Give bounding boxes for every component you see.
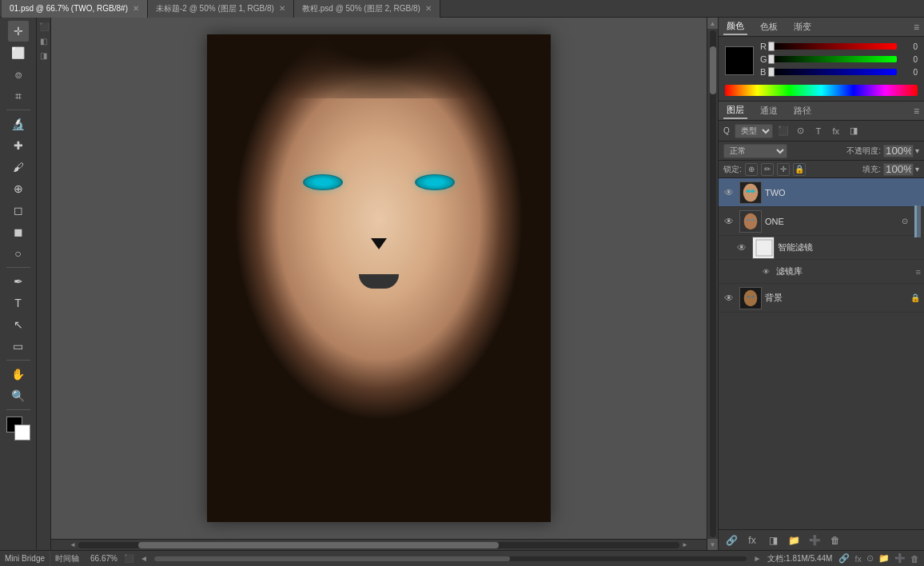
tab-0-close[interactable]: ✕ (133, 4, 139, 13)
gradient-tool[interactable]: ◼ (8, 221, 29, 242)
layers-tab-channels[interactable]: 通道 (757, 103, 781, 118)
bottom-icon-folder[interactable]: 📁 (878, 553, 890, 564)
layer-one-extra[interactable]: ⊙ (898, 215, 911, 228)
layer-bg-visibility[interactable]: 👁 (722, 291, 736, 305)
eraser-tool[interactable]: ◻ (8, 200, 29, 221)
scroll-next-btn[interactable]: ► (753, 554, 761, 563)
layer-item-two[interactable]: 👁 TWO (719, 178, 924, 207)
tab-2-close[interactable]: ✕ (425, 4, 432, 13)
layers-tab-paths[interactable]: 路径 (791, 103, 814, 118)
slider-r-thumb[interactable] (768, 42, 775, 51)
fill-input[interactable] (883, 163, 914, 176)
slider-g-track[interactable] (771, 56, 897, 62)
filter-gallery-visibility[interactable]: 👁 (759, 265, 773, 279)
slider-r-track[interactable] (771, 43, 897, 50)
color-tab-swatches[interactable]: 色板 (757, 19, 781, 34)
color-selector[interactable] (6, 417, 30, 440)
layer-smart-filter[interactable]: 👁 智能滤镜 (719, 236, 924, 260)
clone-stamp-tool[interactable]: ⊕ (8, 178, 29, 199)
canvas-tool-1[interactable]: ⬛ (38, 21, 50, 32)
lock-all-btn[interactable]: 🔒 (793, 163, 806, 176)
healing-tool[interactable]: ✚ (8, 135, 29, 156)
bottom-icon-circle[interactable]: ⊙ (866, 553, 874, 564)
bottom-icon-link[interactable]: 🔗 (838, 553, 850, 564)
fill-arrow[interactable]: ▾ (915, 165, 919, 173)
smart-filter-visibility[interactable]: 👁 (735, 241, 749, 255)
add-style-btn[interactable]: fx (744, 532, 760, 548)
scroll-track-h[interactable] (78, 542, 679, 548)
crop-tool[interactable]: ⌗ (8, 86, 29, 106)
slider-g-thumb[interactable] (768, 54, 775, 64)
scroll-track-v[interactable] (710, 30, 716, 537)
scroll-left-btn[interactable]: ◄ (67, 540, 78, 551)
layer-background[interactable]: 👁 背景 🔒 (719, 284, 924, 313)
tab-0[interactable]: 01.psd @ 66.7% (TWO, RGB/8#) ✕ (2, 0, 148, 18)
bottom-icon-trash[interactable]: 🗑 (910, 554, 919, 564)
canvas-tool-3[interactable]: ◨ (38, 50, 50, 61)
filter-icon-3[interactable]: T (811, 124, 826, 138)
eyedropper-tool[interactable]: 🔬 (8, 114, 29, 134)
lock-move-btn[interactable]: ✛ (777, 163, 790, 176)
tab-1-close[interactable]: ✕ (279, 4, 285, 13)
layer-two-visibility[interactable]: 👁 (722, 185, 736, 200)
opacity-arrow[interactable]: ▾ (915, 146, 919, 155)
new-group-btn[interactable]: 📁 (786, 532, 802, 548)
link-layers-btn[interactable]: 🔗 (723, 532, 739, 548)
background-color[interactable] (14, 424, 30, 440)
new-layer-btn[interactable]: ➕ (807, 532, 822, 548)
canvas-tool-2[interactable]: ◧ (38, 35, 50, 46)
scroll-prev-btn[interactable]: ◄ (140, 554, 148, 563)
layers-tab-layers[interactable]: 图层 (723, 102, 747, 119)
horizontal-scrollbar[interactable]: ◄ ► (51, 539, 707, 550)
color-panel-menu[interactable]: ≡ (914, 22, 919, 33)
delete-layer-btn[interactable]: 🗑 (827, 532, 843, 548)
color-spectrum[interactable] (725, 85, 918, 96)
tab-1[interactable]: 未标题-2 @ 50% (图层 1, RGB/8) ✕ (148, 0, 294, 18)
layer-filter-gallery[interactable]: 👁 滤镜库 ≡ (719, 260, 924, 284)
scroll-down-btn[interactable]: ▼ (707, 539, 719, 550)
filter-icon-5[interactable]: ◨ (846, 124, 861, 138)
filter-type-select[interactable]: 类型 (735, 124, 773, 138)
scroll-thumb-h[interactable] (138, 542, 499, 548)
lock-position-btn[interactable]: ⊕ (745, 163, 758, 176)
tab-0-label: 01.psd @ 66.7% (TWO, RGB/8#) (10, 4, 128, 13)
lock-pixels-btn[interactable]: ✏ (761, 163, 774, 176)
scroll-right-btn[interactable]: ► (679, 540, 691, 551)
selection-rect-tool[interactable]: ⬜ (8, 42, 29, 63)
filter-icon-4[interactable]: fx (829, 124, 843, 138)
layer-one-visibility[interactable]: 👁 (722, 214, 736, 229)
slider-b-thumb[interactable] (768, 67, 775, 77)
scroll-thumb-v[interactable] (710, 46, 716, 94)
bottom-icon-plus[interactable]: ➕ (894, 553, 906, 564)
timeline-btn[interactable]: 时间轴 (50, 551, 84, 566)
scroll-up-btn[interactable]: ▲ (707, 18, 719, 29)
brush-tool[interactable]: 🖌 (8, 157, 29, 177)
tab-2[interactable]: 教程.psd @ 50% (图层 2, RGB/8) ✕ (294, 0, 440, 18)
layer-one-name: ONE (765, 217, 895, 226)
move-tool[interactable]: ✛ (8, 21, 29, 42)
color-tab-color[interactable]: 颜色 (723, 18, 747, 35)
layer-item-one[interactable]: 👁 ONE ⊙ (719, 207, 924, 236)
hand-tool[interactable]: ✋ (8, 364, 29, 385)
dodge-tool[interactable]: ○ (8, 243, 29, 264)
shape-tool[interactable]: ▭ (8, 336, 29, 357)
path-selection-tool[interactable]: ↖ (8, 314, 29, 335)
lasso-tool[interactable]: ⌾ (8, 64, 29, 85)
pen-tool[interactable]: ✒ (8, 271, 29, 292)
slider-b-track[interactable] (771, 69, 897, 75)
vertical-scrollbar[interactable]: ▲ ▼ (707, 18, 718, 550)
color-swatch-main[interactable] (725, 46, 754, 75)
color-tab-gradient[interactable]: 渐变 (791, 19, 814, 34)
blend-mode-select[interactable]: 正常 (723, 144, 787, 158)
add-mask-btn[interactable]: ◨ (765, 532, 781, 548)
mini-bridge-btn[interactable]: Mini Bridge (0, 551, 50, 566)
type-tool[interactable]: T (8, 293, 29, 313)
opacity-input[interactable] (883, 145, 914, 157)
layers-panel-menu[interactable]: ≡ (914, 106, 919, 117)
filter-icon-1[interactable]: ⬛ (776, 124, 791, 138)
zoom-tool[interactable]: 🔍 (8, 385, 29, 406)
filter-icon-2[interactable]: ⊙ (794, 124, 808, 138)
filter-gallery-icon[interactable]: ≡ (916, 267, 921, 277)
fit-page-btn[interactable]: ⬛ (124, 554, 133, 563)
bottom-icon-fx[interactable]: fx (854, 554, 862, 564)
